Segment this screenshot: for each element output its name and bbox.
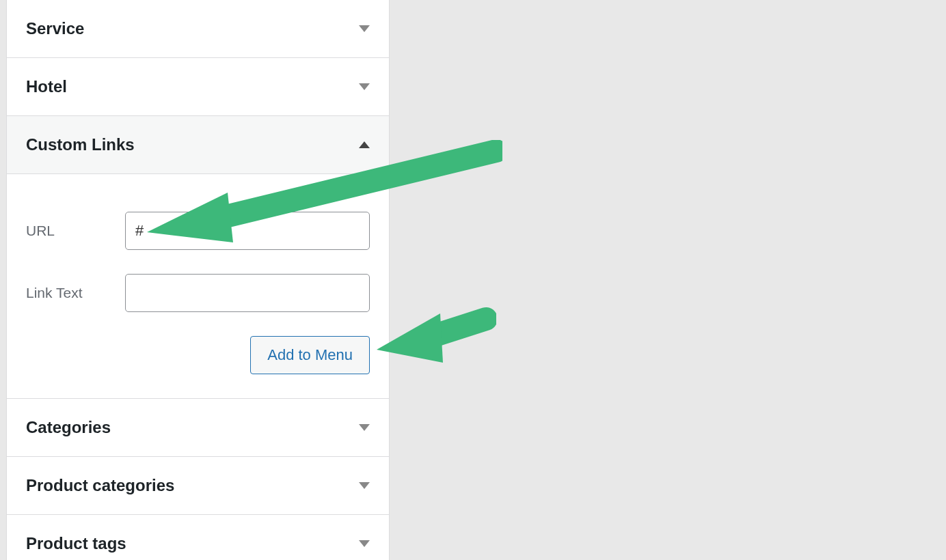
chevron-down-icon bbox=[359, 540, 370, 547]
accordion-hotel[interactable]: Hotel bbox=[6, 58, 390, 116]
menu-panel-container: Service Hotel Custom Links URL Link Text… bbox=[6, 0, 390, 560]
chevron-down-icon bbox=[359, 83, 370, 90]
svg-line-2 bbox=[422, 319, 486, 339]
url-row: URL bbox=[26, 212, 370, 250]
accordion-product-tags[interactable]: Product tags bbox=[6, 515, 390, 560]
add-to-menu-button[interactable]: Add to Menu bbox=[250, 336, 370, 374]
chevron-down-icon bbox=[359, 424, 370, 431]
chevron-up-icon bbox=[359, 141, 370, 148]
chevron-down-icon bbox=[359, 25, 370, 32]
accordion-categories[interactable]: Categories bbox=[6, 399, 390, 457]
accordion-title-product-tags: Product tags bbox=[26, 534, 126, 553]
link-text-label: Link Text bbox=[26, 285, 125, 301]
accordion-title-product-categories: Product categories bbox=[26, 476, 174, 495]
button-row: Add to Menu bbox=[26, 336, 370, 374]
annotation-arrow-add bbox=[377, 304, 496, 372]
accordion-title-hotel: Hotel bbox=[26, 77, 67, 96]
url-label: URL bbox=[26, 223, 125, 239]
accordion-title-custom-links: Custom Links bbox=[26, 135, 135, 154]
url-input[interactable] bbox=[125, 212, 370, 250]
accordion-title-categories: Categories bbox=[26, 418, 111, 437]
link-text-input[interactable] bbox=[125, 274, 370, 312]
custom-links-content: URL Link Text Add to Menu bbox=[6, 174, 390, 399]
accordion-service[interactable]: Service bbox=[6, 0, 390, 58]
chevron-down-icon bbox=[359, 482, 370, 489]
link-text-row: Link Text bbox=[26, 274, 370, 312]
accordion-title-service: Service bbox=[26, 19, 84, 38]
accordion-custom-links[interactable]: Custom Links bbox=[6, 116, 390, 174]
accordion-product-categories[interactable]: Product categories bbox=[6, 457, 390, 515]
